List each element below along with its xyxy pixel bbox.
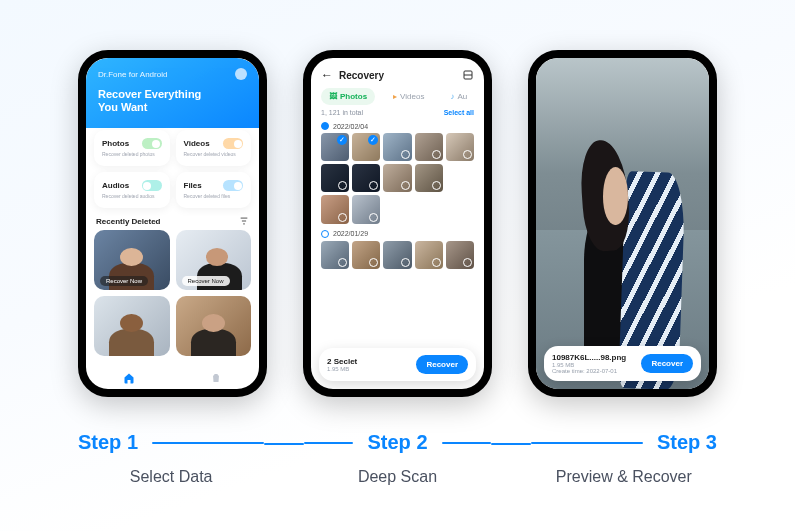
recover-now-button[interactable]: Recover Now xyxy=(100,276,148,286)
grid-date2 xyxy=(311,241,484,309)
card-videos-sub: Recover deleted videos xyxy=(184,151,244,157)
photo-cell[interactable] xyxy=(383,164,411,192)
select-ring-icon xyxy=(338,181,347,190)
recover-now-button[interactable]: Recover Now xyxy=(182,276,230,286)
toggle-audios[interactable] xyxy=(142,180,162,191)
card-photos[interactable]: Photos Recover deleted photos xyxy=(94,130,170,166)
back-icon[interactable]: ← xyxy=(321,68,333,82)
step2-title: Step 2 xyxy=(367,431,427,454)
phone1-hero-title: Recover Everything You Want xyxy=(98,88,247,114)
phone-step1: Dr.Fone for Android Recover Everything Y… xyxy=(78,50,267,397)
card-audios[interactable]: Audios Recover deleted audios xyxy=(94,172,170,208)
toggle-files[interactable] xyxy=(223,180,243,191)
step-1: Step 1 Select Data xyxy=(78,431,264,486)
date1-checkbox[interactable] xyxy=(321,122,329,130)
recover-button[interactable]: Recover xyxy=(641,354,693,373)
tab-audios-label: Au xyxy=(457,92,467,101)
select-ring-icon xyxy=(463,150,472,159)
step-3: Step 3 Preview & Recover xyxy=(531,431,717,486)
photo-cell[interactable] xyxy=(352,195,380,223)
photo-cell[interactable]: ✓ xyxy=(352,133,380,161)
photo-cell[interactable] xyxy=(352,164,380,192)
select-ring-icon xyxy=(432,258,441,267)
category-grid: Photos Recover deleted photos Videos Rec… xyxy=(86,122,259,214)
date2-checkbox[interactable] xyxy=(321,230,329,238)
phone-step3: 10987K6L.....98.png 1.95 MB Create time:… xyxy=(528,50,717,397)
media-tabs: 🖼Photos ▸Videos ♪Au xyxy=(311,88,484,109)
card-videos-label: Videos xyxy=(184,139,210,148)
card-audios-sub: Recover deleted audios xyxy=(102,193,162,199)
recent-thumb-2[interactable]: Recover Now xyxy=(176,230,252,290)
photo-cell[interactable] xyxy=(446,241,474,269)
file-name: 10987K6L.....98.png xyxy=(552,353,641,362)
card-audios-label: Audios xyxy=(102,181,129,190)
photo-cell[interactable] xyxy=(321,195,349,223)
total-count: 1, 121 in total xyxy=(321,109,363,116)
step1-title: Step 1 xyxy=(78,431,138,454)
photo-cell[interactable] xyxy=(415,241,443,269)
toggle-videos[interactable] xyxy=(223,138,243,149)
step-2: Step 2 Deep Scan xyxy=(304,431,490,486)
photo-cell[interactable] xyxy=(383,241,411,269)
selection-bar: 2 Seclet 1.95 MB Recover xyxy=(319,348,476,381)
select-ring-icon xyxy=(369,213,378,222)
photo-cell[interactable] xyxy=(383,133,411,161)
file-info-bar: 10987K6L.....98.png 1.95 MB Create time:… xyxy=(544,346,701,381)
selected-count: 2 Seclet xyxy=(327,357,416,366)
tab-audios[interactable]: ♪Au xyxy=(442,88,475,105)
phone-step2: ← Recovery 🖼Photos ▸Videos ♪Au 1, 121 in… xyxy=(303,50,492,397)
hero-line1: Recover Everything xyxy=(98,88,247,101)
card-photos-sub: Recover deleted photos xyxy=(102,151,162,157)
tab-photos-label: Photos xyxy=(340,92,367,101)
recent-section-title: Recently Deleted xyxy=(96,217,160,226)
phone1-header: Dr.Fone for Android Recover Everything Y… xyxy=(86,58,259,128)
select-ring-icon xyxy=(338,258,347,267)
preview-image[interactable] xyxy=(536,58,709,389)
step3-title: Step 3 xyxy=(657,431,717,454)
nav-home[interactable] xyxy=(86,367,173,389)
photo-cell[interactable] xyxy=(352,241,380,269)
photo-cell[interactable]: ✓ xyxy=(321,133,349,161)
select-ring-icon xyxy=(401,181,410,190)
check-icon: ✓ xyxy=(337,135,347,145)
recovery-title: Recovery xyxy=(339,70,456,81)
step-divider xyxy=(491,443,531,445)
step3-sub: Preview & Recover xyxy=(531,468,717,486)
phones-row: Dr.Fone for Android Recover Everything Y… xyxy=(78,50,717,397)
tab-photos[interactable]: 🖼Photos xyxy=(321,88,375,105)
recover-button[interactable]: Recover xyxy=(416,355,468,374)
tab-videos-label: Videos xyxy=(400,92,424,101)
nav-trash[interactable] xyxy=(173,367,260,389)
photo-cell[interactable] xyxy=(321,241,349,269)
tab-videos[interactable]: ▸Videos xyxy=(385,88,432,105)
step-divider xyxy=(264,443,304,445)
recent-thumb-1[interactable]: Recover Now xyxy=(94,230,170,290)
photo-cell[interactable] xyxy=(321,164,349,192)
scan-icon[interactable] xyxy=(462,69,474,81)
select-ring-icon xyxy=(432,150,441,159)
select-ring-icon xyxy=(401,258,410,267)
toggle-photos[interactable] xyxy=(142,138,162,149)
filter-icon[interactable] xyxy=(239,216,249,226)
selected-size: 1.95 MB xyxy=(327,366,416,372)
photo-cell[interactable] xyxy=(415,164,443,192)
select-ring-icon xyxy=(369,258,378,267)
select-all-link[interactable]: Select all xyxy=(444,109,474,116)
photo-cell[interactable] xyxy=(446,133,474,161)
recent-thumb-3[interactable] xyxy=(94,296,170,356)
select-ring-icon xyxy=(463,258,472,267)
select-ring-icon xyxy=(369,181,378,190)
photo-cell[interactable] xyxy=(415,133,443,161)
stage: Dr.Fone for Android Recover Everything Y… xyxy=(0,0,795,531)
avatar-icon[interactable] xyxy=(235,68,247,80)
app-brand: Dr.Fone for Android xyxy=(98,70,167,79)
recent-grid: Recover Now Recover Now xyxy=(86,230,259,356)
recent-thumb-4[interactable] xyxy=(176,296,252,356)
card-videos[interactable]: Videos Recover deleted videos xyxy=(176,130,252,166)
check-icon: ✓ xyxy=(368,135,378,145)
select-ring-icon xyxy=(432,181,441,190)
card-files[interactable]: Files Recover deleted files xyxy=(176,172,252,208)
card-files-label: Files xyxy=(184,181,202,190)
step2-sub: Deep Scan xyxy=(304,468,490,486)
hero-line2: You Want xyxy=(98,101,247,114)
